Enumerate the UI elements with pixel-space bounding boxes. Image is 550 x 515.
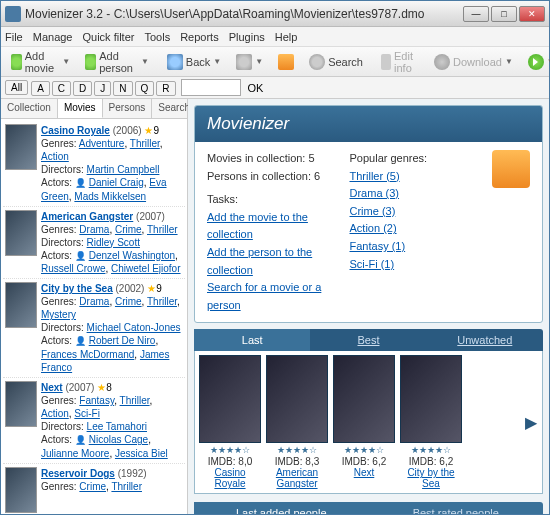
genre-link[interactable]: Thriller xyxy=(120,395,150,406)
tab-collection[interactable]: Collection xyxy=(1,99,58,118)
search-label: Search xyxy=(328,56,363,68)
cover-item[interactable]: ★★★★☆IMDB: 8,0Casino Royale xyxy=(199,355,261,489)
genre-link[interactable]: Sci-Fi xyxy=(74,408,100,419)
genre-link[interactable]: Thriller (5) xyxy=(350,168,473,186)
director-link[interactable]: Lee Tamahori xyxy=(87,421,147,432)
carousel-tab-unwatched[interactable]: Unwatched xyxy=(427,329,543,351)
task-link[interactable]: Add the person to the collection xyxy=(207,244,330,279)
filter-ok-button[interactable]: OK xyxy=(248,82,264,94)
filter-letter-n[interactable]: N xyxy=(113,81,132,96)
filter-letter-d[interactable]: D xyxy=(73,81,92,96)
genre-link[interactable]: Fantasy (1) xyxy=(350,238,473,256)
minimize-button[interactable]: — xyxy=(463,6,489,22)
maximize-button[interactable]: □ xyxy=(491,6,517,22)
genre-link[interactable]: Mystery xyxy=(41,309,76,320)
actor-link[interactable]: Chiwetel Ejiofor xyxy=(111,263,180,274)
play-button[interactable]: ▼ xyxy=(522,51,550,73)
filter-letter-c[interactable]: C xyxy=(52,81,71,96)
genre-link[interactable]: Crime xyxy=(115,296,142,307)
genre-link[interactable]: Crime xyxy=(115,224,142,235)
carousel-next-button[interactable]: ▶ xyxy=(524,392,538,452)
genre-link[interactable]: Drama (3) xyxy=(350,185,473,203)
genre-link[interactable]: Thriller xyxy=(111,481,142,492)
movie-title-link[interactable]: American Gangster xyxy=(41,211,133,222)
filter-letter-q[interactable]: Q xyxy=(135,81,155,96)
genre-link[interactable]: Drama xyxy=(79,296,109,307)
person-icon: 👤 xyxy=(75,178,86,188)
menu-reports[interactable]: Reports xyxy=(180,31,219,43)
actor-link[interactable]: Nicolas Cage xyxy=(89,434,148,445)
filter-letter-a[interactable]: A xyxy=(31,81,50,96)
genre-link[interactable]: Fantasy xyxy=(79,395,114,406)
actor-link[interactable]: Jessica Biel xyxy=(115,448,168,459)
list-item[interactable]: Reservoir Dogs (1992)Genres: Crime, Thri… xyxy=(3,464,185,514)
genre-link[interactable]: Thriller xyxy=(147,296,177,307)
people-tab-0[interactable]: Last added people xyxy=(194,502,369,514)
carousel-tab-best[interactable]: Best xyxy=(310,329,426,351)
director-link[interactable]: Ridley Scott xyxy=(87,237,140,248)
genre-link[interactable]: Drama xyxy=(79,224,109,235)
director-link[interactable]: Michael Caton-Jones xyxy=(87,322,181,333)
download-button[interactable]: Download▼ xyxy=(428,51,519,73)
actor-link[interactable]: Daniel Craig xyxy=(89,177,144,188)
cover-title-link[interactable]: City by the Sea xyxy=(400,467,462,489)
filter-input[interactable] xyxy=(181,79,241,96)
people-tab-1[interactable]: Best rated people xyxy=(369,502,544,514)
genre-link[interactable]: Action xyxy=(41,151,69,162)
task-link[interactable]: Add the movie to the collection xyxy=(207,209,330,244)
edit-button[interactable]: Edit info xyxy=(375,47,425,77)
back-button[interactable]: Back▼ xyxy=(161,51,227,73)
director-link[interactable]: Martin Campbell xyxy=(87,164,160,175)
cover-item[interactable]: ★★★★☆IMDB: 8,3American Gangster xyxy=(266,355,328,489)
menu-tools[interactable]: Tools xyxy=(144,31,170,43)
actor-link[interactable]: Denzel Washington xyxy=(89,250,175,261)
movie-title-link[interactable]: Reservoir Dogs xyxy=(41,468,115,479)
cover-item[interactable]: ★★★★☆IMDB: 6,2Next xyxy=(333,355,395,489)
genre-link[interactable]: Action (2) xyxy=(350,220,473,238)
list-item[interactable]: Casino Royale (2006) ★9Genres: Adventure… xyxy=(3,121,185,207)
genre-link[interactable]: Crime (3) xyxy=(350,203,473,221)
menu-file[interactable]: File xyxy=(5,31,23,43)
movie-title-link[interactable]: Casino Royale xyxy=(41,125,110,136)
person-icon: 👤 xyxy=(75,435,86,445)
actor-link[interactable]: Robert De Niro xyxy=(89,335,156,346)
add-movie-button[interactable]: Add movie▼ xyxy=(5,47,76,77)
list-item[interactable]: American Gangster (2007)Genres: Drama, C… xyxy=(3,207,185,280)
genre-link[interactable]: Sci-Fi (1) xyxy=(350,256,473,274)
movie-title-link[interactable]: City by the Sea xyxy=(41,283,113,294)
filter-letter-j[interactable]: J xyxy=(94,81,111,96)
actor-link[interactable]: Mads Mikkelsen xyxy=(74,191,146,202)
cover-title-link[interactable]: Next xyxy=(354,467,375,478)
list-item[interactable]: Next (2007) ★8Genres: Fantasy, Thriller,… xyxy=(3,378,185,464)
cover-title-link[interactable]: Casino Royale xyxy=(199,467,261,489)
cover-title-link[interactable]: American Gangster xyxy=(266,467,328,489)
carousel-tab-last[interactable]: Last xyxy=(194,329,310,351)
genre-link[interactable]: Thriller xyxy=(147,224,178,235)
close-button[interactable]: ✕ xyxy=(519,6,545,22)
search-button[interactable]: Search xyxy=(303,51,369,73)
tab-movies[interactable]: Movies xyxy=(58,99,103,118)
genre-link[interactable]: Adventure xyxy=(79,138,125,149)
movie-list[interactable]: Casino Royale (2006) ★9Genres: Adventure… xyxy=(1,119,187,514)
genre-link[interactable]: Action xyxy=(41,408,69,419)
menu-plugins[interactable]: Plugins xyxy=(229,31,265,43)
person-plus-icon xyxy=(85,54,96,70)
menu-quick-filter[interactable]: Quick filter xyxy=(83,31,135,43)
actor-link[interactable]: Frances McDormand xyxy=(41,349,134,360)
menu-help[interactable]: Help xyxy=(275,31,298,43)
genre-link[interactable]: Thriller xyxy=(130,138,160,149)
library-button[interactable] xyxy=(272,51,300,73)
tab-persons[interactable]: Persons xyxy=(103,99,153,118)
list-item[interactable]: City by the Sea (2002) ★9Genres: Drama, … xyxy=(3,279,185,378)
filter-letter-r[interactable]: R xyxy=(156,81,175,96)
cover-item[interactable]: ★★★★☆IMDB: 6,2City by the Sea xyxy=(400,355,462,489)
add-person-button[interactable]: Add person▼ xyxy=(79,47,155,77)
actor-link[interactable]: Russell Crowe xyxy=(41,263,105,274)
actor-link[interactable]: Julianne Moore xyxy=(41,448,109,459)
filter-all-button[interactable]: All xyxy=(5,80,28,95)
menu-manage[interactable]: Manage xyxy=(33,31,73,43)
task-link[interactable]: Search for a movie or a person xyxy=(207,279,330,314)
genre-link[interactable]: Crime xyxy=(79,481,106,492)
movie-title-link[interactable]: Next xyxy=(41,382,63,393)
forward-button[interactable]: ▼ xyxy=(230,51,269,73)
